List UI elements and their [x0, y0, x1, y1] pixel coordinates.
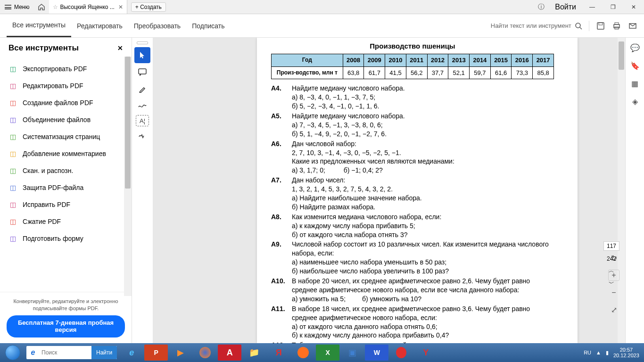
tab-close-button[interactable]: ✕ [118, 4, 123, 10]
current-page[interactable]: 117 [603, 241, 619, 251]
task-number: А9. [271, 240, 292, 276]
comment-tool[interactable] [134, 64, 150, 80]
tray-clock[interactable]: 20:57 20.12.2023 [613, 347, 639, 358]
sign-tool[interactable] [134, 127, 150, 143]
task-number: А8. [271, 213, 292, 239]
sidebar-item[interactable]: ◫Экспортировать PDF [0, 60, 132, 77]
svg-rect-8 [139, 69, 146, 74]
tool-icon: ◫ [8, 183, 17, 192]
task: А6.Дан числовой набор:2, 7, 10, 3, −1, 4… [271, 140, 554, 175]
rotate-button[interactable]: ↻ [609, 253, 619, 263]
menu-button[interactable]: Меню [0, 0, 34, 14]
explorer-app[interactable]: 📁 [242, 345, 266, 361]
sidebar-item[interactable]: ◫Защита PDF-файла [0, 179, 132, 196]
tab-sign[interactable]: Подписать [186, 14, 230, 37]
sidebar-scrollbar[interactable] [124, 57, 132, 296]
home-button[interactable] [34, 0, 49, 14]
taskbar-search-input[interactable] [40, 349, 91, 356]
sidebar-item[interactable]: ◫Добавление комментариев [0, 145, 132, 162]
tool-icon: ◫ [8, 65, 17, 73]
yandex-browser-app[interactable]: Y [414, 345, 438, 361]
tool-handle[interactable] [137, 41, 148, 44]
sidebar-item-label: Добавление комментариев [23, 150, 106, 157]
sidebar-item[interactable]: ◫Редактировать PDF [0, 77, 132, 94]
taskbar-search[interactable]: e Найти [26, 346, 117, 359]
pdf-page: Производство пшеницы Год2008200920102011… [257, 38, 578, 343]
tab-edit[interactable]: Редактировать [71, 14, 128, 37]
new-tab-button[interactable]: + Создать [131, 2, 166, 12]
sidebar-item[interactable]: ◫Объединение файлов [0, 111, 132, 128]
sidebar-item[interactable]: ◫Сжатие PDF [0, 213, 132, 230]
taskbar-find-button[interactable]: Найти [91, 346, 117, 359]
tray-lang[interactable]: RU [584, 350, 591, 355]
search-placeholder: Найти текст или инструмент [491, 22, 571, 29]
sidebar-item-label: Создание файлов PDF [23, 99, 93, 107]
grid-icon[interactable]: ▦ [630, 78, 640, 89]
draw-tool[interactable] [134, 98, 150, 114]
tag-icon[interactable]: ◈ [630, 96, 640, 107]
sidebar-item[interactable]: ◫Создание файлов PDF [0, 94, 132, 111]
task-body: Дан набор чисел:1, 3, 2, 1, 4, 5, 3, 2, … [292, 176, 554, 212]
task: А7.Дан набор чисел:1, 3, 2, 1, 4, 5, 3, … [271, 176, 554, 212]
task-number: А7. [271, 176, 292, 212]
powerpoint-app[interactable]: P [144, 345, 168, 361]
excel-app[interactable]: X [316, 345, 339, 361]
sidebar-item[interactable]: ◫Систематизация страниц [0, 128, 132, 145]
firefox-app[interactable] [193, 345, 217, 361]
highlight-tool[interactable] [134, 81, 150, 97]
save-button[interactable] [596, 21, 605, 31]
share-button[interactable] [628, 21, 637, 31]
mediaplayer-app[interactable]: ▶ [169, 345, 192, 361]
sidebar-title: Все инструменты [8, 43, 79, 53]
bookmark-icon[interactable]: 🔖 [630, 60, 640, 71]
scrollbar-thumb[interactable] [619, 41, 624, 70]
window-titlebar: Меню ☆ Высоцкий Ященко ... ✕ + Создать ⓘ… [0, 0, 644, 14]
sidebar-item[interactable]: ◫Подготовить форму [0, 230, 132, 247]
text-tool[interactable]: А¦ [136, 115, 149, 126]
search-tools[interactable]: Найти текст или инструмент [491, 22, 582, 30]
task-number: А4. [271, 84, 292, 111]
tool-icon: ◫ [8, 132, 17, 141]
chat-icon[interactable]: 💬 [630, 42, 640, 53]
sidebar-item[interactable]: ◫Скан. и распозн. [0, 162, 132, 179]
sidebar-close-button[interactable]: ✕ [117, 44, 123, 52]
tab-all-tools[interactable]: Все инструменты [7, 14, 71, 37]
star-icon: ☆ [53, 4, 58, 10]
tray-battery-icon[interactable]: ▮ [606, 350, 609, 356]
plus-icon: + [135, 4, 139, 10]
trial-button[interactable]: Бесплатная 7-дневная пробная версия [7, 315, 125, 337]
document-tab[interactable]: ☆ Высоцкий Ященко ... ✕ [49, 0, 127, 14]
print-button[interactable] [612, 21, 621, 31]
system-tray: RU ▲ ▮ 20:57 20.12.2023 [584, 343, 644, 362]
start-button[interactable] [0, 343, 25, 362]
scrollbar-thumb[interactable] [125, 57, 131, 189]
close-button[interactable]: ✕ [623, 0, 644, 14]
task: А4.Найдите медиану числового набора.а) 8… [271, 84, 554, 111]
task: А9.Числовой набор состоит из 10 различны… [271, 240, 554, 276]
tray-flag-icon[interactable]: ▲ [596, 350, 601, 355]
acrobat-app[interactable]: A [218, 345, 241, 361]
word-app[interactable]: W [365, 345, 388, 361]
help-button[interactable]: ⓘ [533, 3, 549, 11]
fit-button[interactable]: ⤢ [609, 304, 619, 315]
zoom-out-button[interactable]: − [609, 288, 619, 298]
minimize-button[interactable]: — [582, 0, 603, 14]
yandex-app[interactable]: Я [267, 345, 290, 361]
sidebar-item-label: Редактировать PDF [23, 82, 83, 90]
sidebar: Все инструменты ✕ ◫Экспортировать PDF◫Ре… [0, 38, 132, 343]
tool-icon: ◫ [8, 234, 17, 243]
zoom-in-button[interactable]: + [608, 270, 619, 281]
task-number: А10. [271, 277, 292, 304]
ie-app[interactable]: e [120, 345, 143, 361]
task-number: А6. [271, 140, 292, 175]
maximize-button[interactable]: ❐ [603, 0, 623, 14]
app-blue[interactable]: ▣ [340, 345, 364, 361]
login-button[interactable]: Войти [549, 3, 582, 11]
opera-app[interactable] [389, 345, 413, 361]
tool-icon: ◫ [8, 82, 17, 90]
sidebar-item[interactable]: ◫Исправить PDF [0, 196, 132, 213]
app-orange[interactable] [291, 345, 315, 361]
tab-convert[interactable]: Преобразовать [128, 14, 186, 37]
task-body: Дан числовой набор:2, 7, 10, 3, −1, 4, −… [292, 140, 554, 175]
select-tool[interactable] [134, 47, 150, 63]
